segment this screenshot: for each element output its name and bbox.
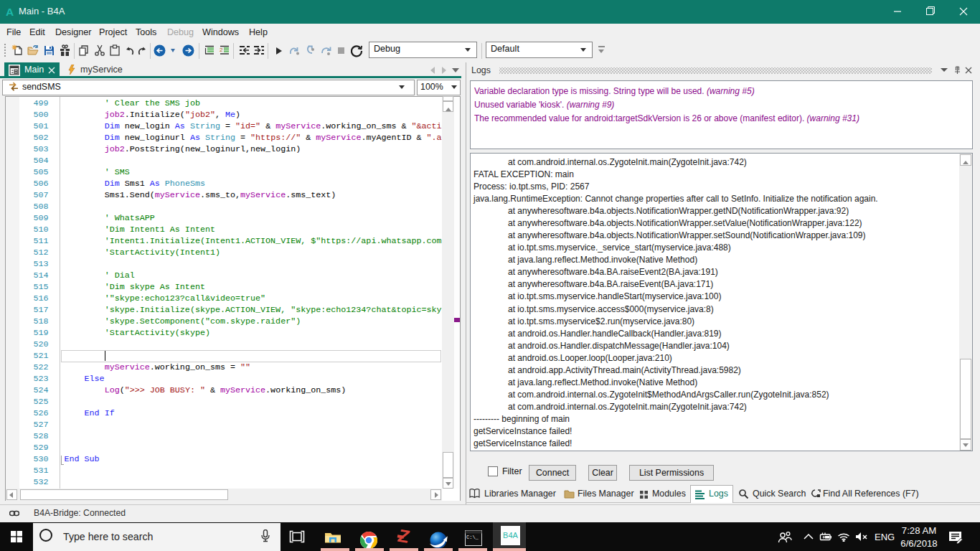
svg-text:C:\_: C:\_ (466, 534, 479, 540)
svg-text:2: 2 (220, 47, 223, 53)
